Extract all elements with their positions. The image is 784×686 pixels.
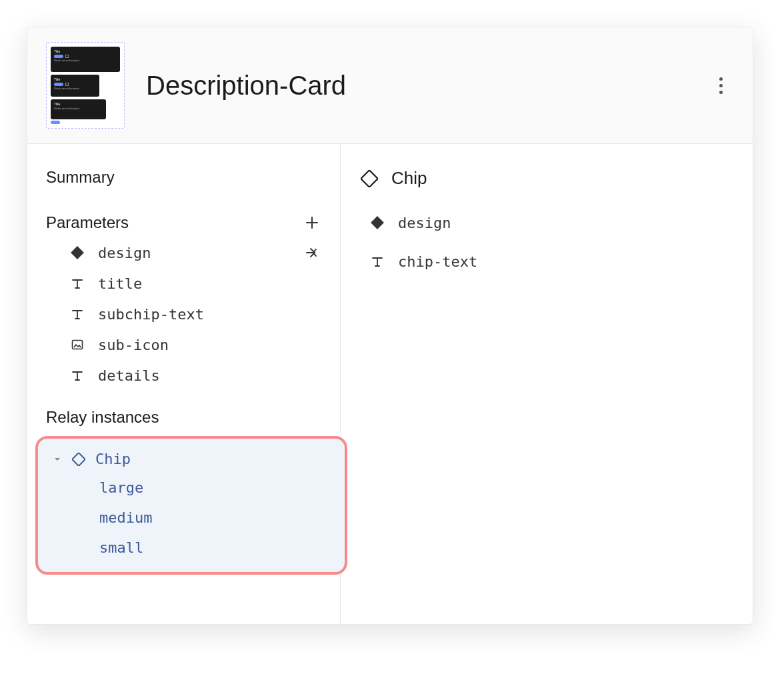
param-label: design (398, 215, 451, 231)
param-label: sub-icon (98, 337, 169, 353)
text-icon (369, 253, 386, 270)
relay-instances-label: Relay instances (46, 408, 159, 427)
relay-instances-header: Relay instances (27, 403, 340, 432)
right-param-design[interactable]: design (341, 206, 753, 239)
param-label: title (98, 275, 142, 292)
svg-rect-1 (73, 341, 83, 349)
diamond-outline-icon (359, 169, 379, 189)
component-title: Description-Card (146, 71, 707, 101)
text-icon (69, 367, 86, 384)
panel-body: Summary Parameters design (27, 144, 753, 624)
param-subchip-text[interactable]: subchip-text (27, 299, 340, 329)
svg-rect-0 (71, 246, 84, 259)
parameters-section-header: Parameters (27, 208, 340, 237)
parameters-label: Parameters (46, 213, 129, 232)
right-column: Chip design chip-text (341, 144, 753, 624)
diamond-filled-icon (69, 244, 86, 261)
component-thumbnail: Title Details more information Title Det… (46, 42, 125, 129)
more-vertical-icon (719, 77, 723, 94)
param-label: design (98, 245, 151, 261)
instance-name: Chip (95, 451, 131, 467)
text-icon (69, 305, 86, 323)
param-link-button[interactable] (304, 244, 321, 261)
relay-instance-chip[interactable]: Chip (38, 445, 345, 473)
summary-section[interactable]: Summary (27, 163, 340, 192)
diamond-outline-icon (71, 452, 86, 467)
plus-icon (305, 215, 319, 230)
panel-header: Title Details more information Title Det… (27, 27, 753, 144)
image-icon (69, 336, 86, 353)
right-param-chip-text[interactable]: chip-text (341, 245, 753, 278)
relay-instance-highlight: Chip large medium small (35, 436, 347, 575)
right-component-name: Chip (391, 168, 427, 189)
link-arrow-icon (305, 245, 321, 261)
add-parameter-button[interactable] (303, 213, 321, 232)
chevron-down-icon (53, 455, 61, 463)
param-label: details (98, 367, 160, 384)
diamond-filled-icon (369, 214, 386, 231)
param-sub-icon[interactable]: sub-icon (27, 329, 340, 360)
svg-rect-2 (72, 453, 85, 466)
svg-rect-3 (361, 170, 377, 187)
variant-medium[interactable]: medium (38, 503, 345, 533)
expand-toggle[interactable] (53, 455, 62, 464)
more-menu-button[interactable] (707, 72, 734, 99)
svg-rect-4 (371, 216, 384, 229)
right-component-header: Chip (341, 163, 753, 194)
variant-small[interactable]: small (38, 533, 345, 563)
left-column: Summary Parameters design (27, 144, 341, 624)
component-panel: Title Details more information Title Det… (27, 27, 753, 625)
param-label: subchip-text (98, 306, 204, 323)
text-icon (69, 275, 86, 292)
param-title[interactable]: title (27, 268, 340, 299)
variant-large[interactable]: large (38, 473, 345, 503)
param-label: chip-text (398, 253, 477, 270)
param-details[interactable]: details (27, 360, 340, 391)
param-design[interactable]: design (27, 237, 340, 268)
